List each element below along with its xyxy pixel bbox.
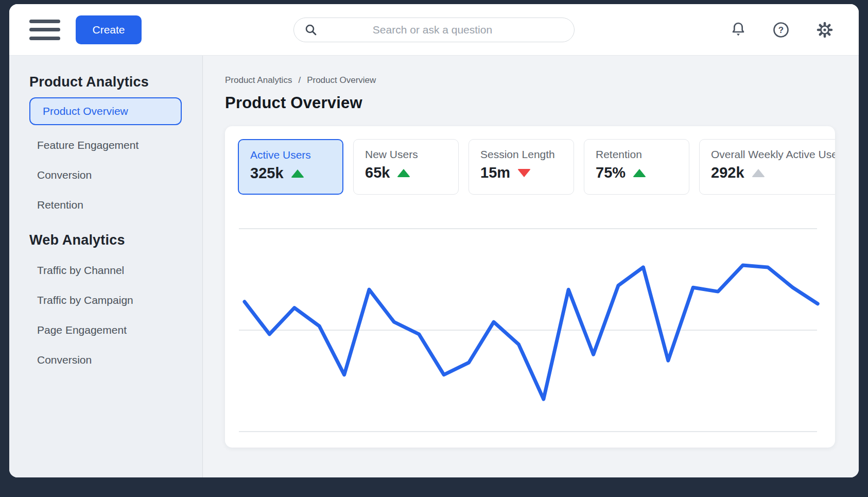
settings-button[interactable] [815,21,834,39]
breadcrumb: Product Analytics / Product Overview [225,75,859,85]
top-bar: Create ? [9,4,859,56]
hamburger-menu-icon[interactable] [29,20,60,40]
sidebar-item-page-engagement[interactable]: Page Engagement [29,315,192,345]
breadcrumb-product-analytics[interactable]: Product Analytics [225,75,292,85]
main-content: Product Analytics / Product Overview Pro… [203,56,859,477]
metric-label: Overall Weekly Active Users [711,148,835,161]
active-users-line-series [245,265,818,399]
metric-value: 292k [711,164,744,181]
metric-value-row: 15m [480,164,574,181]
line-chart [238,201,823,443]
metric-value: 15m [480,164,510,181]
trend-up-icon [397,169,410,177]
breadcrumb-separator: / [298,75,301,85]
svg-text:?: ? [778,25,784,35]
sidebar-item-traffic-by-campaign[interactable]: Traffic by Campaign [29,285,192,315]
trend-up-icon [752,169,765,177]
search-icon [304,23,318,37]
metric-card-session-length[interactable]: Session Length15m [468,139,574,195]
metric-cards-row: Active Users325kNew Users65kSession Leng… [238,139,835,195]
metric-value: 325k [250,165,284,182]
trend-down-icon [517,169,531,177]
sidebar-nav: Product AnalyticsProduct OverviewFeature… [9,56,203,477]
sidebar-item-product-overview[interactable]: Product Overview [29,97,182,125]
chart-area [238,201,823,443]
sidebar-item-traffic-by-channel[interactable]: Traffic by Channel [29,255,192,285]
metric-label: Session Length [480,148,574,161]
help-button[interactable]: ? [772,21,790,39]
sidebar-item-retention[interactable]: Retention [29,190,192,220]
metric-card-retention[interactable]: Retention75% [584,139,689,195]
metric-value-row: 292k [711,164,835,181]
app-window: Create ? [9,4,859,477]
metric-label: Active Users [250,149,342,161]
sidebar-item-conversion[interactable]: Conversion [29,160,192,190]
gear-icon [815,21,834,39]
search-bar[interactable] [293,18,575,42]
sidebar-item-feature-engagement[interactable]: Feature Engagement [29,130,192,160]
trend-up-icon [633,169,646,177]
search-input[interactable] [318,24,565,36]
bell-icon [730,21,747,39]
topbar-icon-group: ? [730,21,834,39]
metric-card-active-users[interactable]: Active Users325k [238,139,343,195]
breadcrumb-product-overview[interactable]: Product Overview [307,75,376,85]
sidebar-section-title-web-analytics: Web Analytics [29,232,192,248]
metric-card-new-users[interactable]: New Users65k [353,139,459,195]
metric-value: 65k [365,164,390,181]
create-button[interactable]: Create [76,15,142,44]
metric-value-row: 325k [250,165,342,182]
metric-label: Retention [596,148,689,161]
sidebar-section-title-product-analytics: Product Analytics [29,74,192,90]
page-title: Product Overview [225,94,859,112]
trend-up-icon [291,169,304,178]
metric-value-row: 65k [365,164,458,181]
overview-panel: Active Users325kNew Users65kSession Leng… [225,126,835,448]
metric-card-overall-weekly-active-users[interactable]: Overall Weekly Active Users292k [699,139,835,195]
metric-value: 75% [596,164,626,181]
notifications-button[interactable] [730,21,747,39]
help-icon: ? [772,21,790,39]
metric-value-row: 75% [596,164,689,181]
sidebar-item-conversion[interactable]: Conversion [29,345,192,375]
metric-label: New Users [365,148,458,161]
